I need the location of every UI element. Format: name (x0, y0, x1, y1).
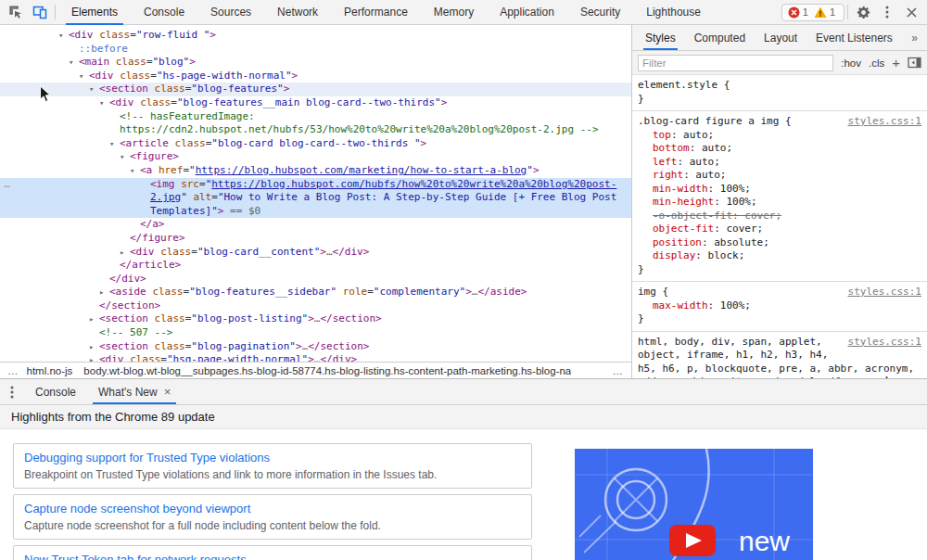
styles-filter-input[interactable] (638, 55, 833, 71)
expand-arrow-closed-icon[interactable]: ▸ (99, 286, 109, 299)
styles-filter-row: :hov .cls + (632, 51, 927, 75)
tab-sources[interactable]: Sources (197, 0, 264, 25)
tab-memory[interactable]: Memory (421, 0, 487, 25)
main-toolbar: ElementsConsoleSourcesNetworkPerformance… (0, 0, 927, 25)
card-title-link[interactable]: New Trust Token tab for network requests (24, 553, 521, 560)
styles-tab-layout[interactable]: Layout (755, 25, 806, 50)
dom-tree-row[interactable]: </article> (0, 259, 631, 273)
drawer: ConsoleWhat's New× Highlights from the C… (0, 378, 927, 560)
card-description: Capture node screenshot for a full node … (24, 519, 521, 532)
css-property[interactable]: object-fit: cover; (638, 223, 921, 236)
breadcrumb-overflow-right[interactable]: … (605, 365, 632, 376)
dom-tree-row[interactable]: </figure> (0, 232, 631, 246)
css-property[interactable]: bottom: auto; (638, 142, 921, 156)
expand-arrow-closed-icon[interactable]: ▸ (89, 312, 99, 326)
dom-tree-row[interactable]: </a> (0, 218, 631, 232)
card-description: Breakpoint on Trusted Type violations an… (24, 468, 521, 481)
card-title-link[interactable]: Debugging support for Trusted Type viola… (24, 451, 521, 465)
dom-tree-row[interactable]: <!-- 507 --> (0, 326, 631, 340)
dom-tree-row[interactable]: …<img src="https://blog.hubspot.com/hubf… (0, 178, 631, 219)
dom-tree-row[interactable]: ▾<figure> (0, 150, 631, 164)
close-devtools-icon[interactable] (899, 0, 923, 24)
dom-tree-row[interactable]: <!-- hasFeaturedImage: (0, 110, 631, 124)
dom-tree-row[interactable]: ▸<section class="blog-pagination">…</sec… (0, 340, 631, 354)
stylesheet-link[interactable]: styles.css:1 (848, 115, 921, 129)
warning-icon (814, 6, 827, 19)
tab-console[interactable]: Console (131, 0, 197, 25)
whats-new-video-thumbnail[interactable]: new (575, 449, 813, 560)
dom-tree-row[interactable]: ▾<article class="blog-card blog-card--tw… (0, 137, 631, 151)
css-property[interactable]: position: absolute; (638, 236, 921, 250)
tab-application[interactable]: Application (487, 0, 567, 25)
styles-tab-computed[interactable]: Computed (685, 25, 755, 50)
play-button-icon[interactable] (669, 525, 716, 556)
sidebar-toggle-icon[interactable] (908, 57, 921, 69)
dom-tree-row[interactable]: ▾<div class="row-fluid "> (0, 29, 631, 43)
kebab-menu-icon[interactable] (875, 0, 899, 24)
drawer-tab-console[interactable]: Console (24, 379, 87, 404)
breadcrumb-item[interactable]: html.no-js (27, 365, 73, 376)
expand-arrow-open-icon[interactable]: ▾ (79, 70, 89, 83)
expand-arrow-open-icon[interactable]: ▾ (58, 29, 69, 43)
pseudo-state-button[interactable]: :hov (841, 57, 861, 69)
expand-arrow-open-icon[interactable]: ▾ (109, 137, 120, 151)
expand-arrow-closed-icon[interactable]: ▸ (89, 340, 99, 354)
settings-gear-icon[interactable] (851, 0, 875, 24)
dom-tree-row[interactable]: </div> (0, 273, 631, 286)
warning-count: 1 (830, 6, 835, 18)
stylesheet-link[interactable]: styles.css:1 (848, 336, 921, 350)
device-toolbar-icon[interactable] (28, 0, 52, 24)
dom-tree-row[interactable]: ▾<main class="blog"> (0, 56, 631, 70)
css-property[interactable]: min-height: 100%; (638, 196, 921, 210)
css-property[interactable]: display: block; (638, 249, 921, 263)
tab-security[interactable]: Security (567, 0, 633, 25)
expand-arrow-open-icon[interactable]: ▾ (120, 150, 130, 164)
expand-arrow-open-icon[interactable]: ▾ (89, 83, 99, 96)
more-tabs-icon[interactable]: » (902, 25, 927, 50)
expand-arrow-closed-icon[interactable]: ▸ (89, 353, 99, 362)
tab-lighthouse[interactable]: Lighthouse (633, 0, 714, 25)
css-property[interactable]: left: auto; (638, 156, 921, 170)
new-style-rule-button[interactable]: + (892, 56, 900, 70)
dom-tree-row[interactable]: https://cdn2.hubspot.net/hubfs/53/how%20… (0, 123, 631, 137)
dom-tree-row[interactable]: ▾<section class="blog-features"> (0, 83, 631, 96)
card-title-link[interactable]: Capture node screenshot beyond viewport (24, 502, 521, 515)
dom-tree-row[interactable]: ▸<div class="hsg-page-width-normal">…</d… (0, 353, 631, 362)
expand-arrow-open-icon[interactable]: ▾ (99, 96, 109, 110)
element-classes-button[interactable]: .cls (869, 57, 884, 69)
inspect-element-icon[interactable] (4, 0, 28, 24)
dom-tree-row[interactable]: ▾<a href="https://blog.hubspot.com/marke… (0, 164, 631, 178)
dom-tree-row[interactable]: </section> (0, 299, 631, 313)
expand-arrow-open-icon[interactable]: ▾ (69, 56, 79, 70)
close-tab-icon[interactable]: × (164, 385, 171, 399)
expand-arrow-closed-icon[interactable]: ▸ (120, 246, 130, 260)
css-property[interactable]: top: auto; (638, 129, 921, 143)
dom-tree-row[interactable]: ▾<div class="hs-page-width-normal"> (0, 70, 631, 83)
stylesheet-link[interactable]: styles.css:1 (848, 286, 921, 299)
dom-tree-row[interactable]: ▾<div class="blog-features__main blog-ca… (0, 96, 631, 110)
issues-badge[interactable]: 1 1 (781, 4, 844, 21)
tab-performance[interactable]: Performance (331, 0, 421, 25)
expand-arrow-open-icon[interactable]: ▾ (130, 164, 140, 178)
css-property[interactable]: -o-object-fit: cover; (638, 210, 921, 223)
drawer-kebab-menu-icon[interactable] (0, 379, 24, 404)
style-rule: styles.css:1html, body, div, span, apple… (632, 332, 927, 379)
styles-tab-event-listeners[interactable]: Event Listeners (806, 25, 902, 50)
row-ellipsis-button[interactable]: … (4, 178, 11, 192)
drawer-tab-what-s-new[interactable]: What's New× (87, 379, 182, 404)
style-rules: element.style {}styles.css:1.blog-card f… (632, 75, 927, 378)
css-property[interactable]: max-width: 100%; (638, 299, 921, 313)
breadcrumb-overflow-left[interactable]: … (0, 365, 27, 376)
dom-tree-row[interactable]: ▸<section class="blog-post-listing">…</s… (0, 312, 631, 326)
css-property[interactable]: right: auto; (638, 169, 921, 183)
toolbar-right-cluster: 1 1 (781, 0, 923, 24)
dom-tree-row[interactable]: ::before (0, 43, 631, 57)
tab-network[interactable]: Network (264, 0, 331, 25)
css-property[interactable]: min-width: 100%; (638, 183, 921, 197)
whats-new-card: New Trust Token tab for network requests (13, 545, 532, 560)
tab-elements[interactable]: Elements (58, 0, 131, 25)
styles-tab-styles[interactable]: Styles (636, 25, 685, 50)
dom-tree-row[interactable]: ▸<div class="blog-card__content">…</div> (0, 246, 631, 260)
breadcrumb-item[interactable]: body.wt-blog.wt-blog__subpages.hs-blog-i… (83, 365, 571, 376)
dom-tree-row[interactable]: ▸<aside class="blog-features__sidebar" r… (0, 286, 631, 299)
